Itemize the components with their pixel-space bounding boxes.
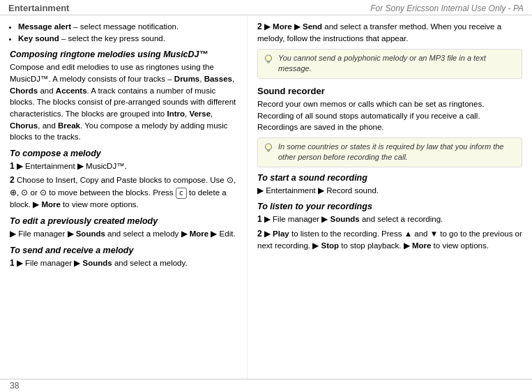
left-column: Message alert – select message notificat… [0,15,248,379]
send-link: Send [303,22,322,31]
listen-step-1-text: ▶ File manager ▶ Sounds and select a rec… [264,215,443,223]
more-link-compose: More [41,200,60,209]
listen-title: To listen to your recordings [257,202,522,211]
send-step-1-num: 1 [10,258,15,268]
svg-rect-4 [267,150,270,151]
page-footer: 38 [0,379,532,392]
sounds-link-edit: Sounds [76,229,105,238]
edit-section-title: To edit a previously created melody [10,216,237,226]
listen-step-1: 1 ▶ File manager ▶ Sounds and select a r… [257,213,522,225]
group-break: Break [58,121,80,130]
delete-key: c [176,188,187,199]
svg-point-3 [266,144,272,150]
compose-section-title: To compose a melody [10,149,237,158]
page-container: Entertainment For Sony Ericsson Internal… [0,0,532,392]
sound-recorder-title: Sound recorder [257,86,522,96]
group-intro: Intro [167,110,185,118]
right-column: 2 ▶ More ▶ Send and select a transfer me… [248,15,532,379]
note-polyphonic: You cannot send a polyphonic melody or a… [257,49,522,79]
header-left: Entertainment [8,3,69,13]
send-step-1: 1 ▶ File manager ▶ Sounds and select a m… [10,257,237,269]
compose-step-2: 2 Choose to Insert, Copy and Paste block… [10,174,237,211]
sounds-link-listen: Sounds [330,215,360,223]
more-link-listen: More [412,241,431,250]
compose-step-1-num: 1 [10,161,15,171]
start-recording-step: ▶ Entertainment ▶ Record sound. [257,185,522,197]
track-drums: Drums [174,75,199,83]
note-polyphonic-text: You cannot send a polyphonic melody or a… [278,53,517,75]
compose-step-1: 1 ▶ Entertainment ▶ MusicDJ™. [10,160,237,172]
start-recording-title: To start a sound recording [257,173,522,183]
svg-rect-1 [267,61,270,62]
bullet-message-alert-key: Message alert [18,22,71,31]
listen-step-1-num: 1 [257,214,262,224]
svg-point-0 [266,55,272,61]
more-link-send: More [273,22,291,31]
send-step-2: 2 ▶ More ▶ Send and select a transfer me… [257,21,522,45]
page-number: 38 [10,381,19,391]
stop-link: Stop [321,241,339,250]
play-link: Play [273,229,289,238]
send-step-2-num: 2 [257,22,262,31]
group-verse: Verse [189,110,211,118]
listen-step-2-text: ▶ Play to listen to the recording. Press… [257,229,522,250]
bullet-key-sound-text: – select the key press sound. [59,34,165,43]
track-basses: Basses [204,75,232,83]
bullet-message-alert-text: – select message notification. [71,22,178,31]
more-link-edit: More [190,229,208,238]
track-accents: Accents [56,86,87,95]
page-header: Entertainment For Sony Ericsson Internal… [0,0,532,15]
send-step-2-text: ▶ More ▶ Send and select a transfer meth… [257,22,501,43]
svg-rect-2 [268,63,270,63]
send-step-1-text: ▶ File manager ▶ Sounds and select a mel… [17,259,188,267]
main-content: Message alert – select message notificat… [0,15,532,379]
edit-step: ▶ File manager ▶ Sounds and select a mel… [10,228,237,240]
listen-step-2: 2 ▶ Play to listen to the recording. Pre… [257,228,522,252]
intro-bullets: Message alert – select message notificat… [18,21,237,44]
note-law-text: In some countries or states it is requir… [278,142,517,163]
note-law: In some countries or states it is requir… [257,137,522,167]
lightbulb-icon-2 [263,142,274,156]
lightbulb-icon [263,54,274,68]
compose-step-1-text: ▶ Entertainment ▶ MusicDJ™. [17,162,127,170]
sounds-link-send: Sounds [83,259,112,267]
sound-recorder-body: Record your own memos or calls which can… [257,98,522,133]
bullet-message-alert: Message alert – select message notificat… [18,21,237,33]
bullet-key-sound: Key sound – select the key press sound. [18,33,237,45]
composing-body: Compose and edit melodies to use as ring… [10,61,237,143]
svg-rect-5 [268,151,270,151]
track-chords: Chords [10,86,38,95]
bullet-key-sound-key: Key sound [18,34,59,43]
composing-title: Composing ringtone melodies using MusicD… [10,50,237,59]
group-chorus: Chorus [10,121,38,130]
listen-step-2-num: 2 [257,229,262,239]
compose-step-2-num: 2 [10,175,15,185]
send-section-title: To send and receive a melody [10,246,237,255]
header-right: For Sony Ericsson Internal Use Only - PA [370,3,524,13]
